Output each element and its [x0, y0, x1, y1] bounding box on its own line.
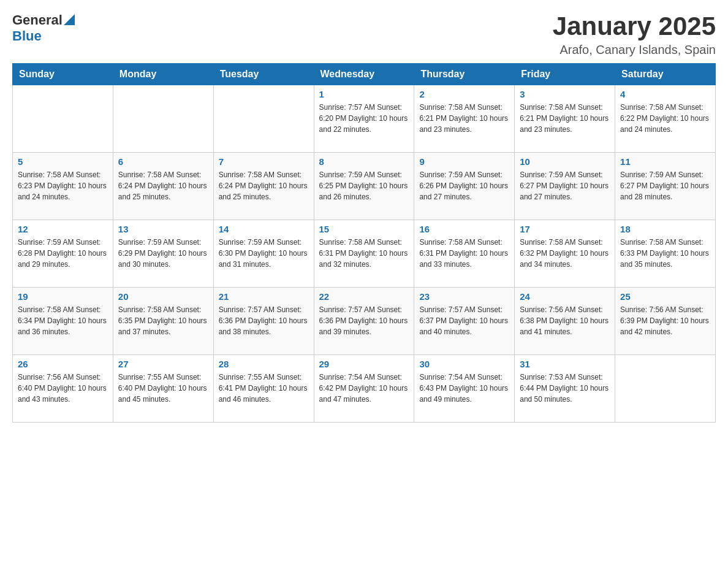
day-info: Sunrise: 7:59 AM Sunset: 6:30 PM Dayligh… [219, 237, 309, 270]
day-info: Sunrise: 7:57 AM Sunset: 6:37 PM Dayligh… [419, 304, 509, 337]
calendar-cell: 10Sunrise: 7:59 AM Sunset: 6:27 PM Dayli… [515, 153, 615, 220]
title-area: January 2025 Arafo, Canary Islands, Spai… [553, 12, 716, 57]
day-number: 16 [419, 224, 509, 234]
column-header-wednesday: Wednesday [314, 64, 414, 85]
day-number: 15 [319, 224, 409, 234]
calendar-cell: 7Sunrise: 7:58 AM Sunset: 6:24 PM Daylig… [213, 153, 314, 220]
day-number: 5 [18, 156, 108, 167]
calendar-header-row: SundayMondayTuesdayWednesdayThursdayFrid… [13, 64, 716, 85]
calendar-cell: 20Sunrise: 7:58 AM Sunset: 6:35 PM Dayli… [113, 288, 213, 355]
day-info: Sunrise: 7:59 AM Sunset: 6:25 PM Dayligh… [319, 169, 409, 202]
day-number: 9 [419, 156, 509, 167]
calendar-cell: 30Sunrise: 7:54 AM Sunset: 6:43 PM Dayli… [414, 355, 515, 423]
logo-general-text: General [12, 12, 63, 28]
day-number: 23 [419, 291, 509, 302]
day-info: Sunrise: 7:57 AM Sunset: 6:20 PM Dayligh… [319, 102, 409, 135]
calendar-cell: 18Sunrise: 7:58 AM Sunset: 6:33 PM Dayli… [615, 220, 716, 288]
calendar-cell: 2Sunrise: 7:58 AM Sunset: 6:21 PM Daylig… [414, 85, 515, 153]
calendar-week-row: 12Sunrise: 7:59 AM Sunset: 6:28 PM Dayli… [13, 220, 716, 288]
calendar-cell: 13Sunrise: 7:59 AM Sunset: 6:29 PM Dayli… [113, 220, 213, 288]
calendar-cell [113, 85, 213, 153]
calendar-table: SundayMondayTuesdayWednesdayThursdayFrid… [12, 63, 716, 423]
day-number: 10 [520, 156, 610, 167]
day-info: Sunrise: 7:58 AM Sunset: 6:33 PM Dayligh… [620, 237, 710, 270]
day-number: 20 [118, 291, 208, 302]
day-info: Sunrise: 7:54 AM Sunset: 6:43 PM Dayligh… [419, 372, 509, 405]
logo-triangle-icon [64, 14, 75, 25]
day-number: 11 [620, 156, 710, 167]
calendar-cell: 12Sunrise: 7:59 AM Sunset: 6:28 PM Dayli… [13, 220, 113, 288]
calendar-week-row: 19Sunrise: 7:58 AM Sunset: 6:34 PM Dayli… [13, 288, 716, 355]
day-info: Sunrise: 7:55 AM Sunset: 6:41 PM Dayligh… [219, 372, 309, 405]
day-number: 31 [520, 359, 610, 369]
calendar-cell: 27Sunrise: 7:55 AM Sunset: 6:40 PM Dayli… [113, 355, 213, 423]
calendar-cell [213, 85, 314, 153]
day-number: 27 [118, 359, 208, 369]
calendar-week-row: 26Sunrise: 7:56 AM Sunset: 6:40 PM Dayli… [13, 355, 716, 423]
day-info: Sunrise: 7:58 AM Sunset: 6:22 PM Dayligh… [620, 102, 710, 135]
day-number: 4 [620, 89, 710, 99]
day-info: Sunrise: 7:59 AM Sunset: 6:26 PM Dayligh… [419, 169, 509, 202]
day-info: Sunrise: 7:58 AM Sunset: 6:31 PM Dayligh… [419, 237, 509, 270]
location-text: Arafo, Canary Islands, Spain [553, 43, 716, 57]
day-info: Sunrise: 7:56 AM Sunset: 6:40 PM Dayligh… [18, 372, 108, 405]
calendar-cell: 1Sunrise: 7:57 AM Sunset: 6:20 PM Daylig… [314, 85, 414, 153]
day-info: Sunrise: 7:59 AM Sunset: 6:29 PM Dayligh… [118, 237, 208, 270]
logo: General Blue [12, 12, 75, 44]
day-number: 18 [620, 224, 710, 234]
day-info: Sunrise: 7:59 AM Sunset: 6:27 PM Dayligh… [620, 169, 710, 202]
column-header-tuesday: Tuesday [213, 64, 314, 85]
day-number: 12 [18, 224, 108, 234]
calendar-cell: 16Sunrise: 7:58 AM Sunset: 6:31 PM Dayli… [414, 220, 515, 288]
day-info: Sunrise: 7:55 AM Sunset: 6:40 PM Dayligh… [118, 372, 208, 405]
day-number: 21 [219, 291, 309, 302]
calendar-cell: 5Sunrise: 7:58 AM Sunset: 6:23 PM Daylig… [13, 153, 113, 220]
calendar-cell: 25Sunrise: 7:56 AM Sunset: 6:39 PM Dayli… [615, 288, 716, 355]
calendar-cell: 19Sunrise: 7:58 AM Sunset: 6:34 PM Dayli… [13, 288, 113, 355]
day-number: 30 [419, 359, 509, 369]
day-info: Sunrise: 7:56 AM Sunset: 6:39 PM Dayligh… [620, 304, 710, 337]
day-info: Sunrise: 7:59 AM Sunset: 6:28 PM Dayligh… [18, 237, 108, 270]
calendar-cell: 6Sunrise: 7:58 AM Sunset: 6:24 PM Daylig… [113, 153, 213, 220]
column-header-sunday: Sunday [13, 64, 113, 85]
day-number: 28 [219, 359, 309, 369]
column-header-saturday: Saturday [615, 64, 716, 85]
logo-blue-text: Blue [12, 28, 42, 44]
day-number: 14 [219, 224, 309, 234]
day-number: 19 [18, 291, 108, 302]
day-info: Sunrise: 7:58 AM Sunset: 6:32 PM Dayligh… [520, 237, 610, 270]
day-info: Sunrise: 7:56 AM Sunset: 6:38 PM Dayligh… [520, 304, 610, 337]
svg-marker-0 [64, 14, 75, 25]
day-number: 29 [319, 359, 409, 369]
calendar-cell [13, 85, 113, 153]
day-number: 13 [118, 224, 208, 234]
column-header-monday: Monday [113, 64, 213, 85]
day-info: Sunrise: 7:58 AM Sunset: 6:34 PM Dayligh… [18, 304, 108, 337]
calendar-cell: 29Sunrise: 7:54 AM Sunset: 6:42 PM Dayli… [314, 355, 414, 423]
day-info: Sunrise: 7:58 AM Sunset: 6:35 PM Dayligh… [118, 304, 208, 337]
calendar-week-row: 5Sunrise: 7:58 AM Sunset: 6:23 PM Daylig… [13, 153, 716, 220]
day-number: 26 [18, 359, 108, 369]
column-header-thursday: Thursday [414, 64, 515, 85]
day-info: Sunrise: 7:58 AM Sunset: 6:23 PM Dayligh… [18, 169, 108, 202]
day-number: 7 [219, 156, 309, 167]
calendar-cell: 24Sunrise: 7:56 AM Sunset: 6:38 PM Dayli… [515, 288, 615, 355]
column-header-friday: Friday [515, 64, 615, 85]
day-info: Sunrise: 7:57 AM Sunset: 6:36 PM Dayligh… [319, 304, 409, 337]
calendar-week-row: 1Sunrise: 7:57 AM Sunset: 6:20 PM Daylig… [13, 85, 716, 153]
day-number: 2 [419, 89, 509, 99]
day-number: 8 [319, 156, 409, 167]
calendar-cell: 21Sunrise: 7:57 AM Sunset: 6:36 PM Dayli… [213, 288, 314, 355]
calendar-cell: 17Sunrise: 7:58 AM Sunset: 6:32 PM Dayli… [515, 220, 615, 288]
calendar-cell: 3Sunrise: 7:58 AM Sunset: 6:21 PM Daylig… [515, 85, 615, 153]
day-info: Sunrise: 7:58 AM Sunset: 6:24 PM Dayligh… [118, 169, 208, 202]
calendar-cell: 11Sunrise: 7:59 AM Sunset: 6:27 PM Dayli… [615, 153, 716, 220]
calendar-cell: 4Sunrise: 7:58 AM Sunset: 6:22 PM Daylig… [615, 85, 716, 153]
day-number: 25 [620, 291, 710, 302]
calendar-cell: 9Sunrise: 7:59 AM Sunset: 6:26 PM Daylig… [414, 153, 515, 220]
day-info: Sunrise: 7:58 AM Sunset: 6:21 PM Dayligh… [520, 102, 610, 135]
calendar-cell: 14Sunrise: 7:59 AM Sunset: 6:30 PM Dayli… [213, 220, 314, 288]
calendar-cell: 23Sunrise: 7:57 AM Sunset: 6:37 PM Dayli… [414, 288, 515, 355]
day-info: Sunrise: 7:54 AM Sunset: 6:42 PM Dayligh… [319, 372, 409, 405]
day-number: 3 [520, 89, 610, 99]
